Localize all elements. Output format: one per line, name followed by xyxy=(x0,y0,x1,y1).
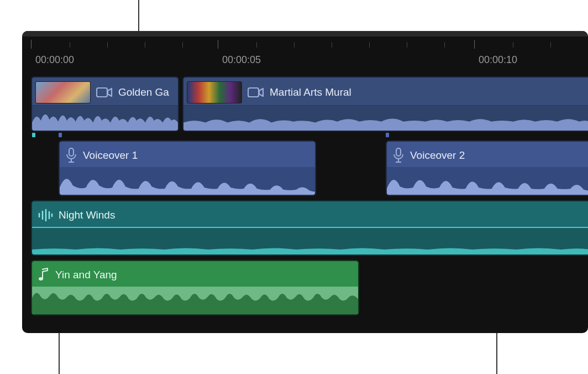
ruler-tick-major xyxy=(31,40,32,49)
clip-title: Yin and Yang xyxy=(55,269,117,281)
clip-title: Voiceover 1 xyxy=(83,149,138,162)
ruler-tick-minor xyxy=(407,42,407,48)
ruler-tick-minor xyxy=(294,42,295,48)
svg-rect-5 xyxy=(396,148,401,156)
microphone-icon xyxy=(65,148,77,163)
clip-title: Night Winds xyxy=(59,209,115,221)
clip-waveform xyxy=(183,105,588,131)
ruler-tick-minor xyxy=(444,42,445,48)
clip-title: Golden Ga xyxy=(118,86,169,98)
callout-line-bottom-left xyxy=(59,333,60,374)
ruler-tick-minor xyxy=(70,42,70,48)
svg-rect-0 xyxy=(97,88,107,97)
ruler-tick-minor xyxy=(107,42,108,48)
ruler-tick-minor xyxy=(332,42,332,48)
timeline-ruler[interactable]: 00:00:0000:00:0500:00:10 xyxy=(22,37,588,71)
sfx-clip-1[interactable]: Night Winds xyxy=(31,200,588,256)
ruler-timecode-label: 00:00:00 xyxy=(35,54,74,66)
ruler-tick-minor xyxy=(182,42,183,48)
callout-line-bottom-right xyxy=(496,333,497,374)
microphone-icon xyxy=(392,148,405,163)
video-clip-1[interactable]: Golden Ga xyxy=(31,76,179,132)
clip-waveform xyxy=(60,167,315,195)
ruler-timecode-label: 00:00:05 xyxy=(222,54,261,66)
voice-clip-1[interactable]: Voiceover 1 xyxy=(59,141,316,196)
clip-title: Martial Arts Mural xyxy=(270,86,351,98)
sound-bars-icon xyxy=(38,209,53,222)
svg-point-13 xyxy=(39,277,43,280)
clip-thumbnail xyxy=(35,81,91,103)
clip-waveform xyxy=(32,287,358,314)
clip-waveform xyxy=(32,105,178,131)
svg-rect-2 xyxy=(69,148,74,156)
music-note-icon xyxy=(38,268,50,282)
clip-connector xyxy=(32,133,35,137)
camera-icon xyxy=(96,86,113,98)
panel-topbar xyxy=(22,31,588,37)
callout-line-top xyxy=(138,0,139,31)
ruler-tick-major xyxy=(218,40,218,49)
ruler-tick-minor xyxy=(256,42,257,48)
ruler-tick-minor xyxy=(145,42,145,48)
clip-waveform xyxy=(32,227,588,254)
clip-waveform xyxy=(387,167,588,195)
voice-clip-2[interactable]: Voiceover 2 xyxy=(386,141,588,196)
video-clip-2[interactable]: Martial Arts Mural xyxy=(182,76,588,132)
timeline-panel[interactable]: 00:00:0000:00:0500:00:10 Golden Ga Marti… xyxy=(22,31,588,333)
ruler-tick-minor xyxy=(550,42,551,48)
ruler-tick-major xyxy=(474,40,475,49)
clip-thumbnail xyxy=(187,81,242,103)
clip-connector xyxy=(59,133,62,137)
music-clip-1[interactable]: Yin and Yang xyxy=(31,260,359,315)
ruler-timecode-label: 00:00:10 xyxy=(479,54,517,66)
camera-icon xyxy=(248,86,264,98)
clip-title: Voiceover 2 xyxy=(410,149,465,162)
ruler-tick-minor xyxy=(513,42,513,48)
clip-connector xyxy=(386,133,389,137)
svg-rect-1 xyxy=(248,88,259,97)
ruler-tick-minor xyxy=(369,42,370,48)
